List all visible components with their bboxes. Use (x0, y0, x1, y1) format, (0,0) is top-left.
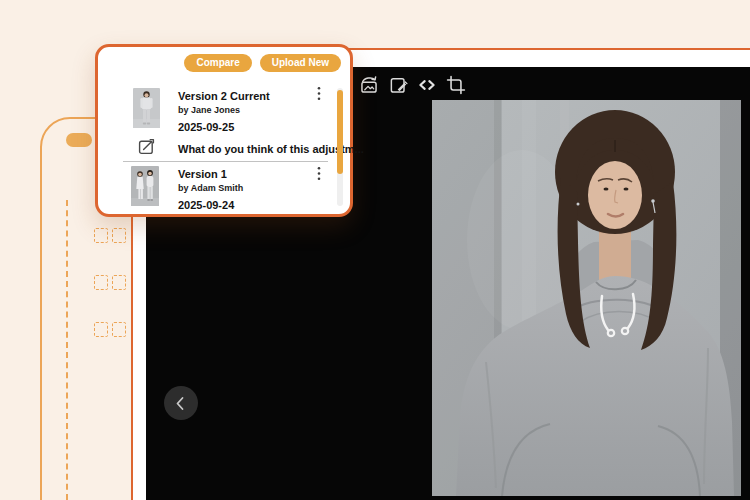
version-date: 2025-09-24 (178, 199, 243, 211)
app-screenshot: Compare Upload New (0, 0, 750, 500)
kebab-menu-icon[interactable] (314, 165, 324, 181)
wireframe-pill-shape (66, 133, 92, 147)
version-comment-text: What do you think of this adjustm... (178, 143, 364, 155)
wireframe-dashed-box (94, 275, 108, 290)
kebab-menu-icon[interactable] (314, 85, 324, 101)
card-action-buttons: Compare Upload New (184, 54, 341, 72)
row-divider (123, 161, 328, 162)
scrollbar-thumb[interactable] (337, 90, 343, 174)
restore-image-icon[interactable] (359, 75, 379, 95)
version-meta: Version 2 Current by Jane Jones 2025-09-… (178, 88, 270, 133)
upload-new-button[interactable]: Upload New (260, 54, 341, 72)
version-title: Version 2 Current (178, 90, 270, 102)
photo-woman-gray-hoodie (432, 100, 741, 496)
prev-version-button[interactable] (164, 386, 198, 420)
version-author: by Adam Smith (178, 183, 243, 193)
version-thumbnail[interactable] (133, 88, 160, 132)
crop-icon[interactable] (446, 75, 466, 95)
wireframe-dashed-box (94, 322, 108, 337)
wireframe-dashed-box (112, 322, 126, 337)
version-row-current[interactable]: Version 2 Current by Jane Jones 2025-09-… (133, 88, 270, 133)
version-row-previous[interactable]: Version 1 by Adam Smith 2025-09-24 (131, 166, 243, 211)
version-author: by Jane Jones (178, 105, 270, 115)
edit-file-icon[interactable] (388, 75, 408, 95)
wireframe-dashed-line (66, 200, 68, 500)
version-meta: Version 1 by Adam Smith 2025-09-24 (178, 166, 243, 211)
wireframe-dashed-box (112, 228, 126, 243)
compare-button[interactable]: Compare (184, 54, 251, 72)
wireframe-dashed-box (94, 228, 108, 243)
code-icon[interactable] (417, 75, 437, 95)
version-comment-row[interactable]: What do you think of this adjustm... (138, 138, 364, 159)
wireframe-dashed-box (112, 275, 126, 290)
version-date: 2025-09-25 (178, 121, 270, 133)
version-thumbnail[interactable] (131, 166, 159, 210)
version-history-card: Compare Upload New (95, 44, 353, 217)
compose-comment-icon (138, 138, 155, 159)
scrollbar-track (337, 88, 343, 206)
viewer-toolbar (359, 75, 466, 95)
chevron-left-icon (171, 393, 192, 414)
version-title: Version 1 (178, 168, 243, 180)
